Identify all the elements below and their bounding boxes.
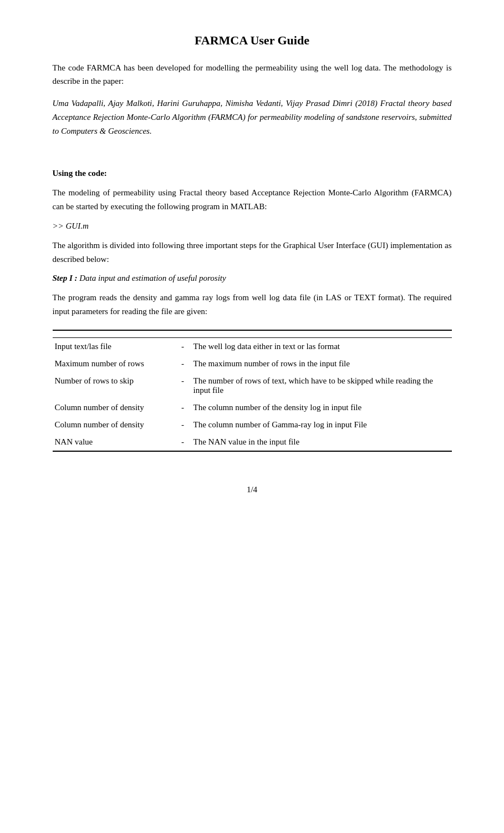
- table-cell-dash: -: [175, 355, 191, 372]
- step-description: Data input and estimation of useful poro…: [79, 274, 226, 282]
- table-cell-dash: -: [175, 372, 191, 399]
- table-cell-dash: -: [175, 337, 191, 355]
- program-text: The program reads the density and gamma …: [53, 291, 452, 319]
- intro-paragraph: The code FARMCA has been developed for m…: [53, 61, 452, 88]
- table-cell-dash: -: [175, 399, 191, 416]
- table-row: Number of rows to skip-The number of row…: [53, 372, 452, 399]
- page-container: FARMCA User Guide The code FARMCA has be…: [42, 0, 463, 833]
- table-row: NAN value-The NAN value in the input fil…: [53, 433, 452, 451]
- table-header-dash: [175, 330, 191, 338]
- table-cell-description: The well log data either in text or las …: [191, 337, 452, 355]
- table-cell-name: Column number of density: [53, 416, 175, 433]
- table-cell-name: Input text/las file: [53, 337, 175, 355]
- table-header-desc: [191, 330, 452, 338]
- table-cell-description: The column number of Gamma-ray log in in…: [191, 416, 452, 433]
- table-cell-dash: -: [175, 433, 191, 451]
- table-cell-name: Maximum number of rows: [53, 355, 175, 372]
- table-cell-description: The column number of the density log in …: [191, 399, 452, 416]
- table-cell-name: Number of rows to skip: [53, 372, 175, 399]
- step-label: Step I : Data input and estimation of us…: [53, 274, 452, 283]
- table-header-name: [53, 330, 175, 338]
- table-row: Column number of density-The column numb…: [53, 416, 452, 433]
- table-cell-description: The NAN value in the input file: [191, 433, 452, 451]
- table-row: Maximum number of rows-The maximum numbe…: [53, 355, 452, 372]
- spacer: [53, 155, 452, 169]
- step-number: Step I :: [53, 274, 78, 282]
- table-cell-description: The number of rows of text, which have t…: [191, 372, 452, 399]
- using-heading: Using the code:: [53, 169, 452, 178]
- page-title: FARMCA User Guide: [53, 33, 452, 48]
- modeling-text: The modeling of permeability using Fract…: [53, 186, 452, 214]
- table-cell-name: Column number of density: [53, 399, 175, 416]
- params-table: Input text/las file-The well log data ei…: [53, 330, 452, 452]
- page-number: 1/4: [53, 485, 452, 494]
- algorithm-text: The algorithm is divided into following …: [53, 239, 452, 266]
- citation-paragraph: Uma Vadapalli, Ajay Malkoti, Harini Guru…: [53, 97, 452, 138]
- table-row: Column number of density-The column numb…: [53, 399, 452, 416]
- table-cell-name: NAN value: [53, 433, 175, 451]
- table-cell-dash: -: [175, 416, 191, 433]
- table-row: Input text/las file-The well log data ei…: [53, 337, 452, 355]
- code-line: >> GUI.m: [53, 221, 452, 231]
- table-cell-description: The maximum number of rows in the input …: [191, 355, 452, 372]
